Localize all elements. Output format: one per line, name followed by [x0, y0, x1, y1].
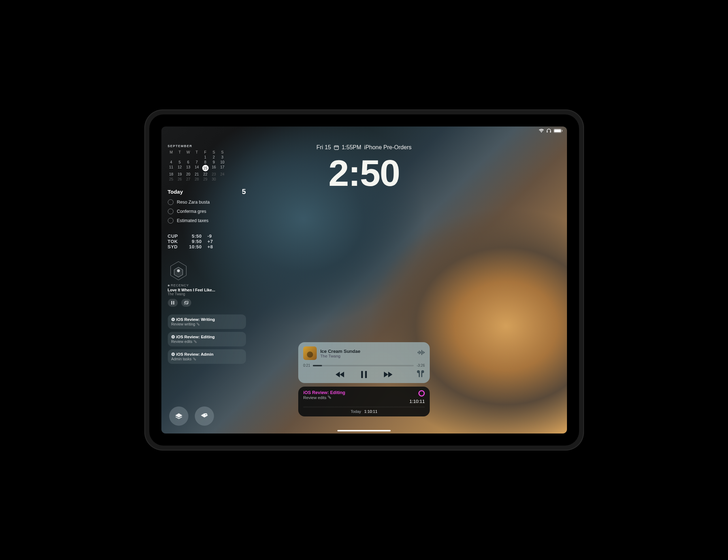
reminder-item[interactable]: Conferma gres: [168, 209, 246, 214]
quick-button-stack[interactable]: [169, 406, 188, 426]
shortcut-title: iOS Review: Editing: [176, 335, 215, 339]
calendar-day[interactable]: 2: [210, 155, 218, 159]
calendar-day[interactable]: 24: [219, 172, 226, 176]
calendar-header: S: [210, 150, 218, 154]
calendar-day[interactable]: 1: [202, 155, 209, 159]
calendar-day[interactable]: 22: [202, 172, 209, 176]
calendar-day[interactable]: 5: [176, 160, 183, 164]
svg-rect-26: [423, 351, 423, 354]
calendar-month: SEPTEMBER: [168, 144, 246, 148]
timer-elapsed: 1:10:11: [410, 399, 425, 404]
home-indicator[interactable]: [337, 430, 391, 432]
center-cards: Ice Cream Sundae The Twang 0:21 -3:26: [298, 342, 430, 416]
headphones-icon: [546, 129, 551, 133]
record-icon[interactable]: [418, 390, 425, 397]
calendar-header: T: [193, 150, 200, 154]
shortcut-card[interactable]: iOS Review: WritingReview writing: [168, 314, 246, 329]
shortcut-card[interactable]: iOS Review: AdminAdmin tasks: [168, 349, 246, 364]
calendar-header: W: [185, 150, 192, 154]
date-day: Fri 15: [316, 144, 331, 151]
calendar-day[interactable]: 11: [168, 165, 175, 171]
world-clock-row: SYD10:50+8: [168, 244, 246, 249]
calendar-day[interactable]: 4: [168, 160, 175, 164]
forward-button[interactable]: [383, 371, 392, 379]
svg-rect-25: [422, 350, 422, 355]
calendar-day[interactable]: [185, 155, 192, 159]
airpods-icon[interactable]: [416, 370, 425, 379]
calendar-day[interactable]: 17: [219, 165, 226, 171]
calendar-day[interactable]: 13: [185, 165, 192, 171]
mini-library-button[interactable]: [181, 299, 191, 307]
mini-music-title: Love It When I Feel Like...: [168, 288, 225, 292]
reminder-checkbox[interactable]: [168, 209, 173, 214]
reminder-checkbox[interactable]: [168, 218, 173, 224]
mini-pause-button[interactable]: [168, 299, 178, 307]
calendar-day[interactable]: 18: [168, 172, 175, 176]
waveform-icon: [418, 350, 425, 356]
now-playing-card[interactable]: Ice Cream Sundae The Twang 0:21 -3:26: [298, 342, 430, 383]
reminder-item[interactable]: Estimated taxes: [168, 218, 246, 224]
pause-button[interactable]: [361, 371, 367, 379]
calendar-day[interactable]: 7: [193, 160, 200, 164]
reminder-label: Estimated taxes: [177, 218, 209, 223]
calendar-header: S: [219, 150, 226, 154]
status-bar: [539, 129, 563, 133]
svg-rect-11: [173, 301, 174, 305]
calendar-day[interactable]: 21: [193, 172, 200, 176]
shortcut-title: iOS Review: Admin: [176, 352, 214, 356]
clock-city: SYD: [168, 244, 181, 249]
dateline: Fri 15 1:55PM iPhone Pre-Orders: [316, 144, 411, 151]
calendar-day[interactable]: 26: [176, 177, 183, 181]
calendar-day[interactable]: 28: [193, 177, 200, 181]
reminder-label: Conferma gres: [177, 209, 207, 214]
world-clocks[interactable]: CUP5:50-9TOK9:50+7SYD10:50+8: [168, 233, 246, 249]
clock-offset: +7: [208, 239, 216, 244]
calendar-day[interactable]: 19: [176, 172, 183, 176]
calendar-day[interactable]: [168, 155, 175, 159]
svg-point-19: [193, 357, 194, 358]
calendar-day[interactable]: 8: [202, 160, 209, 164]
calendar-day[interactable]: 30: [210, 177, 218, 181]
calendar-day[interactable]: 12: [176, 165, 183, 171]
timer-title: iOS Review: Editing: [303, 390, 345, 395]
mini-music-artist: The Twang: [168, 292, 246, 296]
calendar-day[interactable]: 23: [210, 172, 218, 176]
calendar-day[interactable]: [176, 155, 183, 159]
calendar-day[interactable]: 20: [185, 172, 192, 176]
mini-music-widget[interactable]: RECENCY Love It When I Feel Like... The …: [168, 260, 246, 307]
timer-card[interactable]: iOS Review: Editing Review edits 1:10:11…: [298, 387, 430, 416]
rewind-button[interactable]: [336, 371, 345, 379]
shortcut-card[interactable]: iOS Review: EditingReview edits: [168, 332, 246, 346]
calendar-day[interactable]: 9: [210, 160, 218, 164]
now-playing-title: Ice Cream Sundae: [320, 349, 414, 354]
shortcut-subtitle: Admin tasks: [171, 357, 192, 361]
calendar-day[interactable]: 29: [202, 177, 209, 181]
svg-rect-12: [184, 302, 187, 305]
timer-today-label: Today: [350, 409, 361, 414]
clock-time: 9:50: [186, 239, 202, 244]
calendar-grid[interactable]: MTWTFSS123456789101112131415161718192021…: [168, 150, 246, 181]
calendar-day[interactable]: 14: [193, 165, 200, 171]
calendar-day[interactable]: 3: [219, 155, 226, 159]
calendar-day[interactable]: 6: [185, 160, 192, 164]
clock-city: CUP: [168, 233, 181, 239]
progress-bar[interactable]: [313, 365, 414, 366]
reminders-header[interactable]: Today 5: [168, 188, 246, 196]
calendar-day[interactable]: 27: [185, 177, 192, 181]
calendar-day[interactable]: [193, 155, 200, 159]
calendar-day[interactable]: [219, 177, 226, 181]
svg-rect-23: [419, 351, 420, 354]
lock-screen: Fri 15 1:55PM iPhone Pre-Orders 2:50 SEP…: [161, 126, 567, 434]
reminder-checkbox[interactable]: [168, 199, 173, 205]
svg-rect-10: [171, 301, 172, 305]
clock-offset: +8: [208, 244, 216, 249]
quick-button-capture[interactable]: [195, 406, 214, 426]
shortcut-cards: iOS Review: WritingReview writing iOS Re…: [168, 314, 246, 364]
calendar-day[interactable]: 16: [210, 165, 218, 171]
calendar-day[interactable]: 10: [219, 160, 226, 164]
calendar-day[interactable]: 15: [202, 165, 209, 171]
reminder-item[interactable]: Reso Zara busta: [168, 199, 246, 205]
remaining-time: -3:26: [417, 364, 425, 367]
calendar-day[interactable]: 25: [168, 177, 175, 181]
svg-rect-28: [361, 371, 363, 378]
